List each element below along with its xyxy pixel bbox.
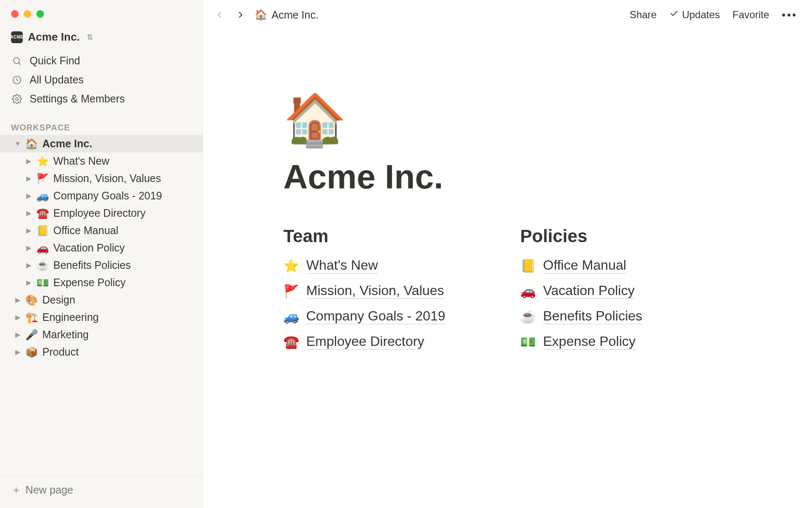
favorite-button[interactable]: Favorite <box>732 9 769 21</box>
more-menu-button[interactable]: ••• <box>782 9 798 21</box>
main-content: 🏠 Acme Inc. Share Updates Favorite ••• <box>203 0 812 508</box>
page-link-benefits-policies[interactable]: ☕ Benefits Policies <box>520 308 702 324</box>
window-minimize-button[interactable] <box>24 10 31 18</box>
money-icon: 💵 <box>520 334 535 349</box>
sidebar-item-company-goals[interactable]: ▶ 🚙 Company Goals - 2019 <box>0 187 203 204</box>
new-page-button[interactable]: + New page <box>0 476 203 508</box>
chevron-right-icon[interactable]: ▶ <box>25 279 32 287</box>
gear-icon <box>11 94 23 104</box>
quick-find-button[interactable]: Quick Find <box>0 51 203 70</box>
sidebar-item-acme[interactable]: ▼ 🏠 Acme Inc. <box>0 135 203 152</box>
chevron-right-icon[interactable]: ▶ <box>25 209 32 217</box>
window-traffic-lights <box>0 0 203 26</box>
chevron-right-icon[interactable]: ▶ <box>14 313 21 321</box>
sidebar-item-label: Office Manual <box>53 224 118 237</box>
sidebar: ACME Acme Inc. ⇅ Quick Find All Updates … <box>0 0 203 508</box>
updates-button[interactable]: Updates <box>669 9 720 21</box>
chevron-right-icon[interactable]: ▶ <box>25 226 32 235</box>
sidebar-item-office-manual[interactable]: ▶ 📒 Office Manual <box>0 222 203 239</box>
phone-icon: ☎️ <box>283 334 299 349</box>
notebook-icon: 📒 <box>36 225 49 237</box>
window-close-button[interactable] <box>11 10 19 18</box>
chevron-right-icon[interactable]: ▶ <box>25 192 32 200</box>
sidebar-item-benefits-policies[interactable]: ▶ ☕ Benefits Policies <box>0 257 203 274</box>
sidebar-item-expense-policy[interactable]: ▶ 💵 Expense Policy <box>0 274 203 291</box>
window-zoom-button[interactable] <box>36 10 44 18</box>
sidebar-item-engineering[interactable]: ▶ 🏗️ Engineering <box>0 309 203 326</box>
breadcrumb[interactable]: 🏠 Acme Inc. <box>255 9 318 21</box>
chevron-right-icon[interactable]: ▶ <box>25 261 32 269</box>
sidebar-item-marketing[interactable]: ▶ 🎤 Marketing <box>0 326 203 343</box>
page-icon[interactable]: 🏠 <box>283 94 812 145</box>
workspace-switcher[interactable]: ACME Acme Inc. ⇅ <box>0 26 203 51</box>
chevron-right-icon[interactable]: ▶ <box>14 331 21 339</box>
topbar-actions: Share Updates Favorite ••• <box>630 9 798 21</box>
car-icon: 🚗 <box>520 284 535 298</box>
all-updates-label: All Updates <box>30 74 84 86</box>
column-policies: Policies 📒 Office Manual 🚗 Vacation Poli… <box>520 226 702 359</box>
svg-point-3 <box>16 98 18 100</box>
settings-members-button[interactable]: Settings & Members <box>0 89 203 108</box>
sidebar-item-label: Engineering <box>42 311 99 323</box>
nav-back-button[interactable] <box>212 8 227 22</box>
sidebar-item-label: Employee Directory <box>53 207 145 219</box>
page-link-vacation-policy[interactable]: 🚗 Vacation Policy <box>520 283 702 299</box>
favorite-label: Favorite <box>732 9 769 21</box>
phone-icon: ☎️ <box>36 207 49 219</box>
sidebar-item-whats-new[interactable]: ▶ ⭐ What's New <box>0 152 203 170</box>
nav-forward-button[interactable] <box>233 8 248 22</box>
plus-icon: + <box>13 484 19 496</box>
page-link-label: Mission, Vision, Values <box>306 283 444 299</box>
page-body: 🏠 Acme Inc. Team ⭐ What's New 🚩 Mission,… <box>203 26 812 359</box>
chevron-right-icon[interactable]: ▶ <box>25 157 32 165</box>
sidebar-tree: ▼ 🏠 Acme Inc. ▶ ⭐ What's New ▶ 🚩 Mission… <box>0 135 203 361</box>
page-link-office-manual[interactable]: 📒 Office Manual <box>520 257 702 273</box>
page-link-mission[interactable]: 🚩 Mission, Vision, Values <box>283 283 465 299</box>
page-link-label: Benefits Policies <box>543 308 642 324</box>
sidebar-item-mission[interactable]: ▶ 🚩 Mission, Vision, Values <box>0 170 203 187</box>
page-link-label: What's New <box>306 257 378 273</box>
chevron-right-icon[interactable]: ▶ <box>14 296 21 304</box>
svg-line-1 <box>19 63 21 65</box>
sidebar-section-label: WORKSPACE <box>0 108 203 135</box>
house-icon: 🏠 <box>255 9 267 21</box>
sidebar-item-label: Design <box>42 294 75 306</box>
page-link-label: Office Manual <box>543 257 626 273</box>
workspace-badge-icon: ACME <box>11 31 23 43</box>
page-title[interactable]: Acme Inc. <box>283 157 812 196</box>
page-link-whats-new[interactable]: ⭐ What's New <box>283 257 465 273</box>
updates-label: Updates <box>682 9 720 21</box>
page-link-label: Vacation Policy <box>543 283 634 299</box>
notebook-icon: 📒 <box>520 258 535 273</box>
sidebar-item-vacation-policy[interactable]: ▶ 🚗 Vacation Policy <box>0 239 203 257</box>
workspace-name: Acme Inc. <box>28 30 80 44</box>
chevron-down-icon[interactable]: ▼ <box>14 140 21 148</box>
flag-icon: 🚩 <box>36 173 49 185</box>
sidebar-item-label: Acme Inc. <box>42 138 92 150</box>
coffee-icon: ☕ <box>36 260 49 271</box>
clock-icon <box>11 75 23 85</box>
palette-icon: 🎨 <box>25 294 38 306</box>
page-link-employee-directory[interactable]: ☎️ Employee Directory <box>283 334 465 350</box>
share-label: Share <box>630 9 657 21</box>
svg-point-0 <box>14 58 19 64</box>
page-columns: Team ⭐ What's New 🚩 Mission, Vision, Val… <box>283 226 812 359</box>
sidebar-item-design[interactable]: ▶ 🎨 Design <box>0 291 203 309</box>
quick-find-label: Quick Find <box>30 55 80 67</box>
chevron-right-icon[interactable]: ▶ <box>25 174 32 182</box>
star-icon: ⭐ <box>36 155 49 167</box>
page-link-expense-policy[interactable]: 💵 Expense Policy <box>520 334 702 350</box>
car-icon: 🚗 <box>36 242 49 254</box>
share-button[interactable]: Share <box>630 9 657 21</box>
search-icon <box>11 56 23 66</box>
sidebar-item-employee-directory[interactable]: ▶ ☎️ Employee Directory <box>0 204 203 222</box>
column-heading: Team <box>283 226 465 246</box>
chevron-right-icon[interactable]: ▶ <box>25 244 32 252</box>
page-link-company-goals[interactable]: 🚙 Company Goals - 2019 <box>283 308 465 324</box>
page-link-label: Expense Policy <box>543 334 636 350</box>
sidebar-item-product[interactable]: ▶ 📦 Product <box>0 343 203 361</box>
sidebar-item-label: Benefits Policies <box>53 259 131 271</box>
microphone-icon: 🎤 <box>25 329 38 341</box>
all-updates-button[interactable]: All Updates <box>0 70 203 89</box>
chevron-right-icon[interactable]: ▶ <box>14 348 21 356</box>
